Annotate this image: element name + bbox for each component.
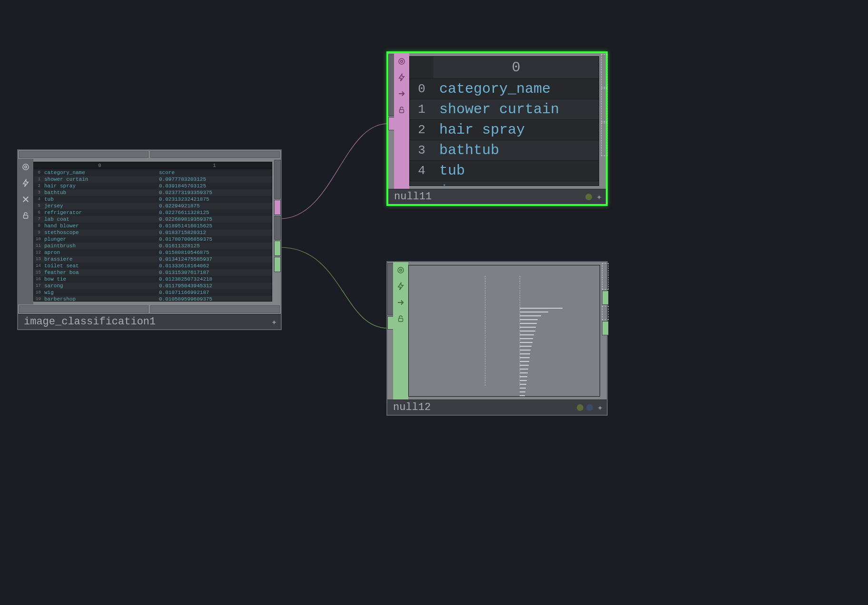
output-connector-green[interactable] (602, 291, 609, 305)
table-row[interactable]: 3bathtub (410, 140, 599, 160)
table-row[interactable]: 16bow tie0.012382507324218 (34, 276, 272, 283)
table-row[interactable]: 3bathtub0.023773193359375 (34, 189, 272, 196)
input-connector-col (388, 53, 394, 189)
table-row[interactable]: 6refrigerator0.02276611328125 (34, 209, 272, 216)
target-icon[interactable] (395, 54, 409, 68)
score-cell: 0.013412475585937 (157, 256, 272, 263)
bar (520, 342, 533, 343)
table-row[interactable]: 0category_namescore (34, 169, 272, 176)
table-row[interactable]: 8hand blower0.018951416015625 (34, 223, 272, 229)
table-row[interactable]: 10plunger0.017807006859375 (34, 236, 272, 243)
bar (520, 327, 536, 328)
arrow-icon[interactable] (394, 295, 408, 310)
row-index: 5 (410, 182, 434, 186)
bolt-icon[interactable] (394, 279, 408, 293)
table-row[interactable]: 14toilet seat0.01333618164062 (34, 263, 272, 269)
row-index: 3 (410, 141, 434, 159)
connector-col-right (274, 159, 281, 304)
node-top-tabs (18, 150, 281, 159)
classifier-table-viewer[interactable]: 0 1 0category_namescore1shower curtain0.… (33, 162, 272, 302)
target-icon[interactable] (19, 160, 33, 174)
score-cell: 0.01071166992187 (157, 289, 272, 296)
svg-point-7 (400, 269, 402, 272)
lock-icon[interactable] (395, 103, 409, 117)
table-row[interactable]: 11paintbrush0.01611328125 (34, 243, 272, 249)
category-cell: barbershop (42, 296, 157, 302)
lock-icon[interactable] (394, 312, 408, 326)
value-cell: tub (434, 161, 599, 181)
bar (520, 357, 530, 358)
value-cell: hair spray (434, 120, 599, 140)
icon-rail-null12 (393, 262, 408, 400)
table-row[interactable]: 9stethoscope0.0183715820312 (34, 229, 272, 236)
arrow-icon[interactable] (395, 87, 409, 101)
score-cell: 0.0183715820312 (157, 229, 272, 236)
score-cell: 0.023773193359375 (157, 189, 272, 196)
table-row[interactable]: 15feather boa0.01315307617187 (34, 269, 272, 276)
score-cell: 0.011795043945312 (157, 283, 272, 289)
row-index: 0 (410, 80, 434, 98)
row-index: 4 (34, 196, 42, 202)
bolt-icon[interactable] (19, 176, 33, 190)
table-row[interactable]: 2hair spray0.0391845703125 (34, 183, 272, 189)
plus-icon[interactable]: ✦ (271, 316, 277, 328)
bar (520, 323, 537, 324)
table-row[interactable]: 0category_name (410, 78, 599, 99)
score-cell: 0.010589599609375 (157, 296, 272, 302)
table-row[interactable]: 5jersey (410, 181, 599, 186)
row-index: 1 (34, 176, 42, 182)
null11-col-header: 0 (434, 57, 599, 78)
output-connector-green[interactable] (274, 241, 281, 256)
bolt-icon[interactable] (395, 70, 409, 85)
row-index: 2 (34, 183, 42, 189)
table-row[interactable]: 4tub (410, 160, 599, 181)
score-cell: score (157, 169, 272, 176)
table-row[interactable]: 12apron0.01580810546875 (34, 249, 272, 256)
svg-rect-2 (24, 215, 28, 218)
row-index: 9 (34, 230, 42, 235)
category-cell: refrigerator (42, 209, 157, 216)
svg-point-6 (398, 267, 404, 273)
category-cell: hair spray (42, 183, 157, 189)
category-cell: category_name (42, 169, 157, 176)
row-index: 11 (34, 243, 42, 249)
table-row[interactable]: 13brassiere0.013412475585937 (34, 256, 272, 263)
plus-icon[interactable]: ✦ (596, 191, 602, 203)
row-index: 18 (34, 290, 42, 295)
table-row[interactable]: 17sarong0.011795043945312 (34, 283, 272, 289)
node-null11[interactable]: 0 0category_name1shower curtain2hair spr… (386, 51, 608, 206)
close-icon[interactable] (19, 192, 33, 206)
row-index: 12 (34, 250, 42, 255)
table-row[interactable]: 1shower curtain0.0977783203125 (34, 176, 272, 183)
target-icon[interactable] (394, 263, 408, 277)
category-cell: hand blower (42, 223, 157, 229)
value-cell: bathtub (434, 140, 599, 160)
null12-chart-viewer[interactable] (408, 265, 600, 397)
table-row[interactable]: 1shower curtain (410, 99, 599, 119)
score-cell: 0.01315307617187 (157, 269, 272, 276)
table-row[interactable]: 7lab coat0.022689819359375 (34, 216, 272, 223)
node-image-classification1[interactable]: 0 1 0category_namescore1shower curtain0.… (17, 149, 282, 330)
table-row[interactable]: 4tub0.02313232421875 (34, 196, 272, 203)
svg-rect-5 (400, 109, 404, 113)
category-cell: jersey (42, 203, 157, 209)
output-connector-green-2[interactable] (602, 321, 609, 335)
table-row[interactable]: 18wig0.01071166992187 (34, 289, 272, 296)
col-header-1: 1 (157, 162, 272, 169)
node-null12[interactable]: null12 ✦ (386, 261, 608, 416)
bar (520, 391, 525, 392)
bar (520, 365, 529, 366)
category-cell: lab coat (42, 216, 157, 223)
bar (520, 361, 529, 362)
table-row[interactable]: 19barbershop0.010589599609375 (34, 296, 272, 302)
null11-table-viewer[interactable]: 0 0category_name1shower curtain2hair spr… (409, 56, 599, 186)
output-connector-pink[interactable] (274, 200, 281, 215)
output-connector-green-2[interactable] (274, 257, 281, 272)
category-cell: bathtub (42, 189, 157, 196)
table-row[interactable]: 2hair spray (410, 119, 599, 140)
lock-icon[interactable] (19, 208, 33, 223)
table-row[interactable]: 5jersey0.02294921875 (34, 203, 272, 209)
score-cell: 0.022689819359375 (157, 216, 272, 223)
plus-icon[interactable]: ✦ (597, 401, 603, 413)
row-index: 1 (410, 100, 434, 118)
